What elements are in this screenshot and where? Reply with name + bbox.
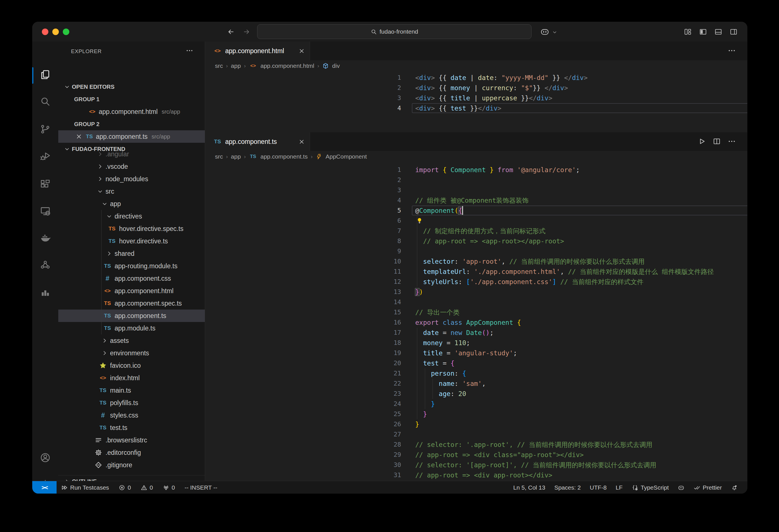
breadcrumb-item[interactable]: AppComponent: [325, 153, 367, 160]
breadcrumb-item[interactable]: app.component.html: [260, 62, 314, 69]
tree-item-polyfills-ts[interactable]: TSpolyfills.ts: [58, 397, 205, 409]
breadcrumb-separator: ›: [317, 63, 319, 69]
tree-item--gitignore[interactable]: .gitignore: [58, 459, 205, 471]
tab-app-component-ts[interactable]: TSapp.component.ts: [205, 132, 310, 151]
class-sym-icon: [316, 153, 322, 160]
copilot-icon[interactable]: [540, 27, 550, 37]
code-line-11: templateUrl: './app.component.html', // …: [415, 267, 714, 277]
toggle-sidebar-icon[interactable]: [699, 28, 707, 36]
activity-account[interactable]: [36, 449, 54, 467]
run-file-icon[interactable]: [698, 137, 706, 146]
editor-more-actions-icon[interactable]: [727, 46, 736, 55]
status-prettier[interactable]: Prettier: [694, 484, 722, 491]
activity-explorer[interactable]: [36, 66, 54, 84]
tree-item--editorconfig[interactable]: .editorconfig: [58, 446, 205, 459]
status-utf-8[interactable]: UTF-8: [590, 484, 607, 491]
breadcrumb-item[interactable]: div: [332, 62, 340, 69]
zoom-window-button[interactable]: [63, 28, 69, 35]
activity-remote-explorer[interactable]: [36, 202, 54, 220]
status-copilot[interactable]: [678, 484, 684, 491]
close-tab-icon[interactable]: [298, 48, 305, 55]
code-line-16: export class AppComponent {: [415, 318, 521, 328]
tree-item-shared[interactable]: shared: [58, 247, 205, 260]
explorer-more-actions-icon[interactable]: [186, 47, 193, 55]
status-0[interactable]: 0: [119, 484, 131, 491]
breadcrumb[interactable]: src›app›<>app.component.html›div: [205, 60, 747, 71]
breadcrumb-item[interactable]: app: [231, 153, 241, 160]
close-editor-icon[interactable]: [75, 133, 82, 140]
tree-item-src[interactable]: src: [58, 185, 205, 198]
tree-item--angular[interactable]: .angular: [58, 148, 205, 160]
status-run-testcases[interactable]: Run Testcases: [61, 484, 109, 491]
status-right: Ln 5, Col 13Spaces: 2UTF-8LFTypeScriptPr…: [513, 481, 738, 494]
tree-item-styles-css[interactable]: #styles.css: [58, 409, 205, 421]
copilot-chevron-icon[interactable]: [552, 29, 558, 35]
breadcrumb-item[interactable]: app.component.ts: [260, 153, 308, 160]
tree-item--browserslistrc[interactable]: .browserslistrc: [58, 434, 205, 446]
close-window-button[interactable]: [42, 28, 48, 35]
breadcrumb-item[interactable]: app: [231, 62, 241, 69]
section-outline[interactable]: OUTLINE: [58, 475, 205, 481]
activity-source-control[interactable]: [36, 120, 54, 138]
tree-item-environments[interactable]: environments: [58, 347, 205, 359]
code-editor-group-2[interactable]: 1import { Component } from '@angular/cor…: [205, 162, 747, 481]
activity-docker[interactable]: [36, 229, 54, 247]
tree-item-node-modules[interactable]: node_modules: [58, 173, 205, 185]
tree-item-directives[interactable]: directives: [58, 210, 205, 222]
tree-item-main-ts[interactable]: TSmain.ts: [58, 384, 205, 397]
chevron-down-icon: [63, 83, 71, 90]
activity-kubernetes[interactable]: [36, 256, 54, 274]
status-0[interactable]: 0: [140, 484, 153, 491]
status-spaces-2[interactable]: Spaces: 2: [554, 484, 581, 491]
status-typescript[interactable]: TypeScript: [632, 484, 669, 491]
tree-item-app-component-spec-ts[interactable]: TSapp.component.spec.ts: [58, 297, 205, 310]
activity-extensions[interactable]: [36, 175, 54, 193]
resource-monitor-icon: [40, 287, 51, 298]
customize-layout-icon[interactable]: [684, 28, 692, 36]
close-tab-icon[interactable]: [298, 138, 305, 145]
status-bell-dot[interactable]: [731, 484, 738, 491]
tree-item-favicon-ico[interactable]: favicon.ico: [58, 359, 205, 372]
section-open-editors[interactable]: OPEN EDITORS: [58, 80, 205, 93]
tree-item-index-html[interactable]: <>index.html: [58, 372, 205, 384]
tree-item-hover-directive-ts[interactable]: TShover.directive.ts: [58, 235, 205, 247]
open-editor-app-component-ts[interactable]: TSapp.component.tssrc/app: [58, 130, 205, 143]
tree-item-app-component-html[interactable]: <>app.component.html: [58, 285, 205, 297]
status-ln-5-col-13[interactable]: Ln 5, Col 13: [513, 484, 545, 491]
toggle-panel-icon[interactable]: [714, 28, 722, 36]
activity-resource-monitor[interactable]: [36, 283, 54, 301]
split-editor-icon[interactable]: [713, 137, 721, 146]
breadcrumb-item[interactable]: src: [215, 153, 223, 160]
code-line-29: // app-root => <div class="app-root"></d…: [415, 450, 584, 460]
remote-indicator[interactable]: ><: [32, 481, 57, 494]
open-editor-app-component-html[interactable]: <>app.component.htmlsrc/app: [58, 106, 205, 118]
activity-search[interactable]: [36, 92, 54, 111]
activity-run-debug[interactable]: [36, 147, 54, 165]
breadcrumb-item[interactable]: src: [215, 62, 223, 69]
status-lf[interactable]: LF: [616, 484, 623, 491]
status-0[interactable]: 0: [163, 484, 175, 491]
tree-item-app-component-css[interactable]: #app.component.css: [58, 272, 205, 285]
minimize-window-button[interactable]: [52, 28, 59, 35]
tree-item-app[interactable]: app: [58, 198, 205, 210]
tree-item-assets[interactable]: assets: [58, 334, 205, 347]
line-number: 9: [205, 246, 401, 256]
tree-item-hover-directive-spec-ts[interactable]: TShover.directive.spec.ts: [58, 222, 205, 235]
command-center-search[interactable]: fudao-frontend: [257, 24, 532, 39]
forward-icon[interactable]: [243, 28, 250, 36]
editor-more-actions-icon[interactable]: [727, 137, 736, 146]
back-icon[interactable]: [227, 28, 235, 36]
tree-item-app-module-ts[interactable]: TSapp.module.ts: [58, 322, 205, 334]
tab-app-component-html[interactable]: <>app.component.html: [205, 42, 310, 60]
tree-item--vscode[interactable]: .vscode: [58, 160, 205, 173]
code-editor-group-1[interactable]: 1<div> {{ date | date: "yyyy-MM-dd" }} <…: [205, 71, 747, 132]
git-file-file-icon: [94, 461, 103, 469]
status-insert[interactable]: -- INSERT --: [184, 484, 217, 491]
tree-item-app-routing-module-ts[interactable]: TSapp-routing.module.ts: [58, 260, 205, 272]
tree-item-test-ts[interactable]: TStest.ts: [58, 421, 205, 434]
toggle-secondary-sidebar-icon[interactable]: [729, 28, 738, 36]
tree-item-app-component-ts[interactable]: TSapp.component.ts: [58, 310, 205, 322]
breadcrumb[interactable]: src›app›TSapp.component.ts›AppComponent: [205, 151, 747, 162]
code-line-13: }): [415, 287, 423, 297]
lightbulb-icon[interactable]: [416, 217, 423, 225]
